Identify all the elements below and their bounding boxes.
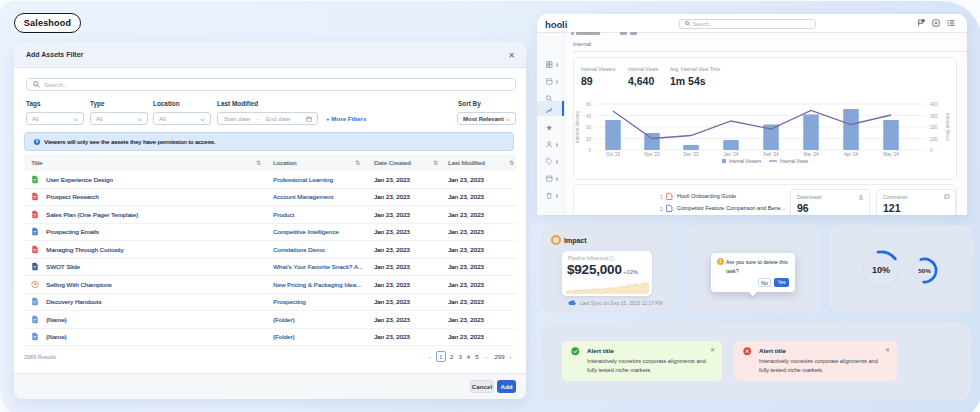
svg-text:200: 200 <box>930 125 938 130</box>
svg-text:50%: 50% <box>918 267 931 274</box>
svg-text:300: 300 <box>930 114 938 119</box>
svg-text:Dec '23: Dec '23 <box>683 152 699 157</box>
svg-text:Jan '24: Jan '24 <box>724 152 739 157</box>
svg-text:60: 60 <box>586 102 592 107</box>
svg-text:May '24: May '24 <box>883 152 899 157</box>
svg-text:Internal Views: Internal Views <box>780 159 809 164</box>
svg-text:Internal Views: Internal Views <box>945 113 950 142</box>
svg-text:400: 400 <box>930 102 938 107</box>
svg-text:0: 0 <box>588 148 591 153</box>
svg-text:100: 100 <box>930 137 938 142</box>
svg-text:Internal Viewers: Internal Viewers <box>575 110 580 143</box>
svg-text:15: 15 <box>586 137 592 142</box>
svg-text:?: ? <box>34 282 37 287</box>
svg-text:45: 45 <box>586 114 592 119</box>
svg-text:10%: 10% <box>872 265 890 275</box>
svg-text:Oct '23: Oct '23 <box>606 152 621 157</box>
svg-text:Nov '23: Nov '23 <box>644 152 660 157</box>
svg-text:Mar '24: Mar '24 <box>804 152 819 157</box>
svg-text:Internal Viewers: Internal Viewers <box>729 159 762 164</box>
svg-text:0: 0 <box>930 148 933 153</box>
svg-text:Feb '24: Feb '24 <box>764 152 779 157</box>
svg-text:30: 30 <box>586 125 592 130</box>
svg-text:Apr '24: Apr '24 <box>844 152 859 157</box>
